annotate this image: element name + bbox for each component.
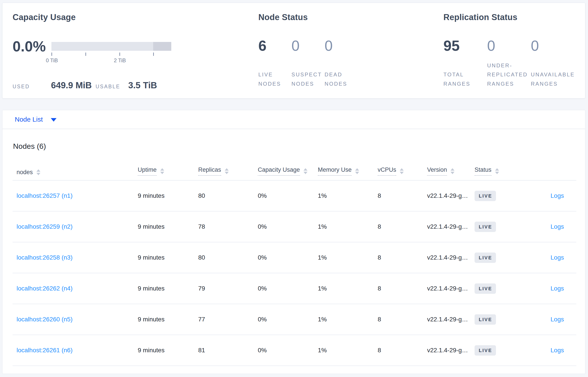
logs-link[interactable]: Logs bbox=[551, 192, 564, 199]
memory-use-cell: 1% bbox=[318, 254, 378, 261]
gauge-tick-label-0: 0 TiB bbox=[46, 57, 58, 64]
replicas-cell: 78 bbox=[198, 223, 258, 230]
status-badge: LIVE bbox=[475, 345, 496, 356]
live-nodes-value: 6 bbox=[258, 37, 291, 54]
status-badge: LIVE bbox=[475, 191, 496, 201]
stat-dead-nodes: 0 DEAD NODES bbox=[324, 37, 358, 88]
node-status-panel: Node Status 6 LIVE NODES 0 SUSPECT NODES… bbox=[258, 12, 443, 88]
capacity-usage-cell: 0% bbox=[258, 285, 318, 292]
capacity-usage-cell: 0% bbox=[258, 192, 318, 199]
memory-use-cell: 1% bbox=[318, 316, 378, 323]
live-nodes-label: LIVE NODES bbox=[258, 70, 291, 88]
node-link[interactable]: localhost:26260 (n5) bbox=[17, 316, 73, 323]
node-link[interactable]: localhost:26261 (n6) bbox=[17, 347, 73, 353]
version-cell: v22.1.4-29-g… bbox=[427, 316, 475, 323]
usable-value: 3.5 TiB bbox=[128, 80, 157, 90]
version-cell: v22.1.4-29-g… bbox=[427, 192, 475, 199]
suspect-nodes-value: 0 bbox=[291, 37, 324, 54]
replicas-cell: 79 bbox=[198, 285, 258, 292]
status-badge: LIVE bbox=[475, 283, 496, 294]
capacity-usage-panel: Capacity Usage 0.0% 0 TiB 2 TiB USED 649… bbox=[12, 12, 258, 88]
unavailable-ranges-label: UNAVAILABLE RANGES bbox=[531, 70, 575, 88]
caret-down-icon[interactable] bbox=[51, 118, 57, 122]
stat-live-nodes: 6 LIVE NODES bbox=[258, 37, 291, 88]
vcpus-cell: 8 bbox=[378, 316, 427, 323]
memory-use-cell: 1% bbox=[318, 192, 378, 199]
stat-unavailable-ranges: 0 UNAVAILABLE RANGES bbox=[531, 37, 575, 88]
capacity-usage-cell: 0% bbox=[258, 223, 318, 230]
column-header-uptime[interactable]: Uptime bbox=[138, 166, 198, 180]
sort-icon bbox=[355, 168, 359, 174]
column-label: Capacity Usage bbox=[258, 166, 300, 176]
column-label: Status bbox=[475, 166, 492, 176]
column-header-memory-use[interactable]: Memory Use bbox=[318, 166, 378, 180]
suspect-nodes-label: SUSPECT NODES bbox=[291, 70, 324, 88]
table-header-row: nodes Uptime Replicas Capacity Usage Mem… bbox=[12, 159, 576, 181]
column-header-status[interactable]: Status bbox=[475, 166, 525, 180]
view-selector-bar: Node List bbox=[2, 110, 585, 129]
vcpus-cell: 8 bbox=[378, 347, 427, 354]
vcpus-cell: 8 bbox=[378, 192, 427, 199]
table-row: localhost:26258 (n3) 9 minutes 80 0% 1% … bbox=[12, 242, 576, 273]
node-link[interactable]: localhost:26259 (n2) bbox=[17, 223, 73, 230]
view-selector[interactable]: Node List bbox=[15, 116, 43, 123]
memory-use-cell: 1% bbox=[318, 285, 378, 292]
column-header-version[interactable]: Version bbox=[427, 166, 475, 180]
stat-total-ranges: 95 TOTAL RANGES bbox=[443, 37, 487, 88]
replication-status-panel: Replication Status 95 TOTAL RANGES 0 UND… bbox=[443, 12, 575, 88]
sort-icon bbox=[450, 168, 455, 174]
column-header-capacity-usage[interactable]: Capacity Usage bbox=[258, 166, 318, 180]
gauge-tick-1 bbox=[85, 53, 86, 56]
capacity-usage-cell: 0% bbox=[258, 254, 318, 261]
capacity-gauge-track bbox=[51, 42, 153, 51]
status-badge: LIVE bbox=[475, 252, 496, 263]
total-ranges-value: 95 bbox=[443, 37, 487, 54]
column-header-vcpus[interactable]: vCPUs bbox=[378, 166, 427, 180]
node-link[interactable]: localhost:26257 (n1) bbox=[17, 192, 73, 199]
nodes-table-section: Nodes (6) nodes Uptime Replicas Capacity… bbox=[2, 129, 585, 374]
column-header-nodes[interactable]: nodes bbox=[17, 169, 138, 180]
version-cell: v22.1.4-29-g… bbox=[427, 285, 475, 292]
version-cell: v22.1.4-29-g… bbox=[427, 254, 475, 261]
column-header-logs-spacer bbox=[525, 176, 576, 180]
sort-icon bbox=[495, 168, 499, 174]
node-link[interactable]: localhost:26262 (n4) bbox=[17, 285, 73, 292]
used-value: 649.9 MiB bbox=[51, 80, 95, 90]
logs-link[interactable]: Logs bbox=[551, 285, 564, 292]
uptime-cell: 9 minutes bbox=[138, 254, 198, 261]
dead-nodes-label: DEAD NODES bbox=[324, 70, 358, 88]
capacity-usage-cell: 0% bbox=[258, 316, 318, 323]
table-row: localhost:26259 (n2) 9 minutes 78 0% 1% … bbox=[12, 212, 576, 242]
logs-link[interactable]: Logs bbox=[551, 223, 564, 230]
version-cell: v22.1.4-29-g… bbox=[427, 223, 475, 230]
memory-use-cell: 1% bbox=[318, 223, 378, 230]
column-label: Memory Use bbox=[318, 166, 352, 176]
capacity-gauge-row: 0.0% 0 TiB 2 TiB bbox=[12, 38, 258, 55]
node-status-title: Node Status bbox=[258, 12, 443, 22]
replicas-cell: 77 bbox=[198, 316, 258, 323]
dead-nodes-value: 0 bbox=[324, 37, 358, 54]
nodes-table-title: Nodes (6) bbox=[12, 142, 576, 151]
node-link[interactable]: localhost:26258 (n3) bbox=[17, 254, 73, 261]
usable-label: USABLE bbox=[95, 84, 128, 90]
logs-link[interactable]: Logs bbox=[551, 316, 564, 323]
uptime-cell: 9 minutes bbox=[138, 223, 198, 230]
gauge-tick-label-2: 2 TiB bbox=[114, 57, 126, 64]
column-label: Replicas bbox=[198, 166, 221, 176]
replicas-cell: 80 bbox=[198, 254, 258, 261]
uptime-cell: 9 minutes bbox=[138, 347, 198, 354]
status-badge: LIVE bbox=[475, 314, 496, 325]
node-status-stats: 6 LIVE NODES 0 SUSPECT NODES 0 DEAD NODE… bbox=[258, 37, 443, 88]
under-replicated-ranges-value: 0 bbox=[487, 37, 531, 54]
column-header-replicas[interactable]: Replicas bbox=[198, 166, 258, 180]
logs-link[interactable]: Logs bbox=[551, 347, 564, 353]
replicas-cell: 81 bbox=[198, 347, 258, 354]
capacity-percent-value: 0.0% bbox=[12, 38, 51, 55]
sort-icon bbox=[304, 168, 307, 174]
vcpus-cell: 8 bbox=[378, 254, 427, 261]
replication-status-title: Replication Status bbox=[443, 12, 575, 22]
cluster-summary-card: Capacity Usage 0.0% 0 TiB 2 TiB USED 649… bbox=[2, 3, 585, 98]
vcpus-cell: 8 bbox=[378, 223, 427, 230]
logs-link[interactable]: Logs bbox=[551, 254, 564, 261]
replicas-cell: 80 bbox=[198, 192, 258, 199]
